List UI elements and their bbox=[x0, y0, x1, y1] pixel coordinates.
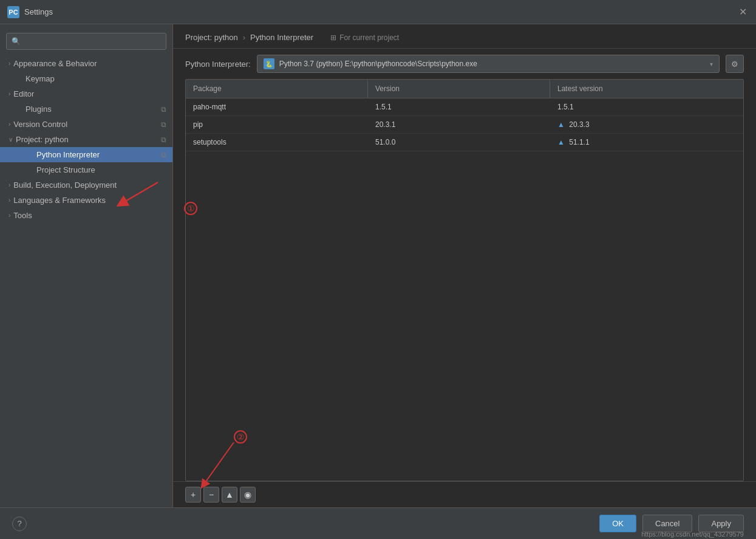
sidebar-item-build-execution[interactable]: ›Build, Execution, Deployment bbox=[0, 177, 172, 193]
interpreter-settings-button[interactable]: ⚙ bbox=[726, 55, 744, 73]
latest-version-cell: ▲ 51.1.1 bbox=[550, 134, 743, 151]
gear-icon: ⚙ bbox=[731, 60, 738, 69]
sidebar-item-label: Languages & Frameworks bbox=[13, 196, 106, 205]
breadcrumb-project: Project: python bbox=[185, 33, 238, 42]
table-row[interactable]: setuptools51.0.0▲ 51.1.1 bbox=[186, 134, 743, 151]
interpreter-dropdown[interactable]: 🐍 Python 3.7 (python) E:\python\pythonco… bbox=[257, 55, 720, 73]
sidebar-items-container: ›Appearance & BehaviorKeymap›EditorPlugi… bbox=[0, 56, 172, 223]
breadcrumb-arrow: › bbox=[243, 33, 245, 42]
copy-icon: ⧉ bbox=[161, 151, 166, 159]
breadcrumb-current: Python Interpreter bbox=[250, 33, 313, 42]
chevron-icon: › bbox=[9, 197, 10, 204]
sidebar-item-appearance[interactable]: ›Appearance & Behavior bbox=[0, 56, 172, 71]
latest-version-cell: 1.5.1 bbox=[550, 98, 743, 115]
for-current-project: ⊞ For current project bbox=[330, 33, 399, 42]
sidebar-item-label: Editor bbox=[13, 89, 34, 98]
for-project-label: For current project bbox=[339, 33, 399, 42]
col-version: Version bbox=[368, 80, 550, 98]
chevron-icon: ∨ bbox=[9, 136, 13, 143]
table-toolbar: ② + − ▲ ◉ bbox=[173, 481, 756, 507]
package-name-cell: paho-mqtt bbox=[186, 98, 368, 115]
col-package: Package bbox=[186, 80, 368, 98]
sidebar-item-python-interpreter[interactable]: Python Interpreter⧉ bbox=[0, 147, 172, 162]
sidebar-item-plugins[interactable]: Plugins⧉ bbox=[0, 101, 172, 117]
sidebar-item-label: Project Structure bbox=[36, 165, 95, 174]
chevron-icon: › bbox=[9, 60, 10, 67]
sidebar-item-label: Build, Execution, Deployment bbox=[13, 180, 117, 190]
sidebar-item-editor[interactable]: ›Editor bbox=[0, 86, 172, 101]
interpreter-label: Python Interpreter: bbox=[185, 60, 251, 69]
chevron-icon: › bbox=[9, 182, 10, 188]
package-table: Package Version Latest version paho-mqtt… bbox=[185, 79, 744, 481]
package-name-cell: setuptools bbox=[186, 134, 368, 151]
chevron-icon: › bbox=[9, 121, 10, 128]
sidebar-item-project-structure[interactable]: Project Structure bbox=[0, 162, 172, 177]
plus-icon: + bbox=[191, 490, 196, 500]
annotation-2-area: ② bbox=[234, 430, 247, 444]
search-box[interactable]: 🔍 bbox=[6, 33, 166, 50]
cancel-button[interactable]: Cancel bbox=[642, 515, 692, 532]
close-button[interactable]: ✕ bbox=[737, 6, 749, 18]
table-row[interactable]: pip20.3.1▲ 20.3.3 bbox=[186, 116, 743, 134]
table-row[interactable]: paho-mqtt1.5.11.5.1 bbox=[186, 98, 743, 116]
breadcrumb: Project: python › Python Interpreter ⊞ F… bbox=[173, 24, 756, 49]
version-cell: 1.5.1 bbox=[368, 98, 550, 115]
apply-button[interactable]: Apply bbox=[698, 515, 744, 532]
sidebar-item-tools[interactable]: ›Tools bbox=[0, 208, 172, 223]
copy-icon: ⧉ bbox=[161, 136, 166, 144]
main-layout: 🔍 ›Appearance & BehaviorKeymap›EditorPlu… bbox=[0, 24, 756, 507]
copy-icon: ⧉ bbox=[161, 120, 166, 129]
package-name-cell: pip bbox=[186, 116, 368, 133]
upgrade-available-icon: ▲ bbox=[557, 138, 567, 146]
for-project-icon: ⊞ bbox=[330, 33, 336, 42]
content-area: Project: python › Python Interpreter ⊞ F… bbox=[173, 24, 756, 507]
dropdown-arrow-icon: ▾ bbox=[710, 61, 713, 67]
bottom-bar: ? OK Cancel Apply https://blog.csdn.net/… bbox=[0, 507, 756, 539]
sidebar-item-label: Version Control bbox=[13, 120, 67, 129]
search-icon: 🔍 bbox=[12, 37, 21, 46]
sidebar-item-languages-frameworks[interactable]: ›Languages & Frameworks bbox=[0, 193, 172, 208]
table-header: Package Version Latest version bbox=[186, 80, 743, 98]
sidebar-item-label: Appearance & Behavior bbox=[13, 59, 97, 68]
chevron-icon: › bbox=[9, 91, 10, 97]
sidebar: 🔍 ›Appearance & BehaviorKeymap›EditorPlu… bbox=[0, 24, 173, 507]
interpreter-path: Python 3.7 (python) E:\python\pythoncode… bbox=[279, 60, 705, 68]
status-url: https://blog.csdn.net/qq_43279579 bbox=[641, 530, 744, 539]
latest-version-cell: ▲ 20.3.3 bbox=[550, 116, 743, 133]
python-icon: 🐍 bbox=[264, 58, 274, 69]
upgrade-available-icon: ▲ bbox=[557, 120, 567, 129]
question-mark-icon: ? bbox=[17, 519, 21, 528]
sidebar-item-label: Plugins bbox=[26, 105, 52, 114]
window-title: Settings bbox=[24, 7, 53, 16]
sidebar-item-label: Tools bbox=[13, 211, 32, 220]
sidebar-item-label: Keymap bbox=[26, 74, 55, 83]
table-body: paho-mqtt1.5.11.5.1pip20.3.1▲ 20.3.3setu… bbox=[186, 98, 743, 481]
title-bar: PC Settings ✕ bbox=[0, 0, 756, 24]
chevron-icon: › bbox=[9, 212, 10, 219]
annotation-arrow-2 bbox=[197, 442, 246, 497]
sidebar-item-version-control[interactable]: ›Version Control⧉ bbox=[0, 117, 172, 132]
copy-icon: ⧉ bbox=[161, 105, 166, 114]
annotation-circle-1: ① bbox=[184, 202, 197, 215]
help-button[interactable]: ? bbox=[12, 517, 27, 531]
ok-button[interactable]: OK bbox=[599, 515, 636, 532]
sidebar-item-label: Project: python bbox=[16, 135, 69, 144]
sidebar-item-project-python[interactable]: ∨Project: python⧉ bbox=[0, 132, 172, 147]
version-cell: 20.3.1 bbox=[368, 116, 550, 133]
app-icon: PC bbox=[7, 6, 19, 18]
sidebar-item-keymap[interactable]: Keymap bbox=[0, 71, 172, 86]
sidebar-item-label: Python Interpreter bbox=[36, 150, 100, 159]
col-latest: Latest version bbox=[550, 80, 743, 98]
interpreter-row: Python Interpreter: 🐍 Python 3.7 (python… bbox=[173, 49, 756, 79]
annotation-circle-2: ② bbox=[234, 430, 247, 444]
version-cell: 51.0.0 bbox=[368, 134, 550, 151]
